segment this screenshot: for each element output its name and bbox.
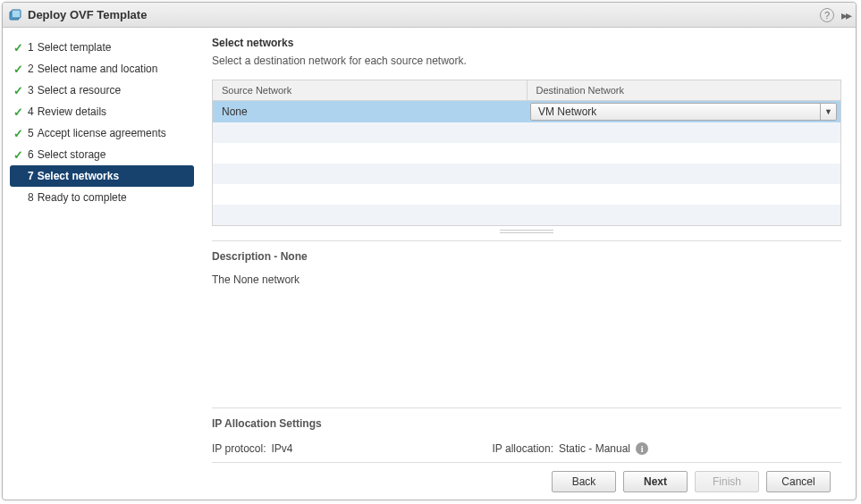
table-row bbox=[213, 184, 840, 205]
dialog-body: ✓ 1 Select template ✓ 2 Select name and … bbox=[3, 28, 856, 500]
check-icon: ✓ bbox=[13, 105, 28, 119]
titlebar: Deploy OVF Template ? ▸▸ bbox=[3, 3, 856, 28]
step-label: Ready to complete bbox=[38, 191, 127, 204]
table-row bbox=[213, 205, 840, 225]
table-row[interactable]: None VM Network ▼ bbox=[213, 101, 840, 123]
check-icon: ✓ bbox=[13, 84, 28, 97]
check-icon: ✓ bbox=[13, 127, 28, 140]
svg-rect-1 bbox=[12, 10, 21, 18]
step-label: Select name and location bbox=[38, 63, 158, 75]
ip-allocation-label: IP allocation: bbox=[493, 442, 554, 455]
description-body: The None network bbox=[212, 273, 841, 286]
step-select-networks[interactable]: ✓ 7 Select networks bbox=[10, 165, 194, 187]
ovf-icon bbox=[8, 8, 22, 22]
info-icon[interactable]: i bbox=[636, 442, 648, 455]
step-label: Accept license agreements bbox=[38, 127, 166, 139]
help-icon[interactable]: ? bbox=[820, 8, 834, 22]
network-table: Source Network Destination Network None … bbox=[212, 80, 841, 226]
step-select-name-location[interactable]: ✓ 2 Select name and location bbox=[10, 58, 194, 80]
ip-protocol-value: IPv4 bbox=[271, 442, 292, 455]
description-section: Description - None The None network bbox=[212, 240, 841, 286]
cancel-button[interactable]: Cancel bbox=[766, 471, 831, 492]
step-accept-license[interactable]: ✓ 5 Accept license agreements bbox=[10, 122, 194, 144]
next-button[interactable]: Next bbox=[623, 471, 688, 492]
ip-allocation-section: IP Allocation Settings IP protocol: IPv4… bbox=[212, 407, 841, 462]
col-source-network[interactable]: Source Network bbox=[213, 80, 527, 101]
ip-protocol-label: IP protocol: bbox=[212, 442, 266, 455]
check-icon: ✓ bbox=[13, 41, 28, 55]
step-label: Review details bbox=[38, 105, 106, 118]
table-row bbox=[213, 164, 840, 184]
deploy-ovf-dialog: Deploy OVF Template ? ▸▸ ✓ 1 Select temp… bbox=[2, 2, 857, 500]
description-heading: Description - None bbox=[212, 250, 841, 263]
step-select-template[interactable]: ✓ 1 Select template bbox=[10, 37, 194, 58]
ip-allocation-value: Static - Manual bbox=[559, 442, 630, 455]
ip-allocation-heading: IP Allocation Settings bbox=[212, 417, 841, 430]
check-icon: ✓ bbox=[13, 148, 28, 162]
col-destination-network[interactable]: Destination Network bbox=[527, 80, 840, 101]
table-row bbox=[213, 143, 840, 164]
step-label: Select networks bbox=[38, 170, 119, 182]
window-title: Deploy OVF Template bbox=[28, 8, 820, 21]
destination-network-select[interactable]: VM Network ▼ bbox=[530, 103, 837, 121]
step-label: Select storage bbox=[38, 148, 106, 161]
step-ready-complete: 8 Ready to complete bbox=[10, 187, 194, 208]
step-label: Select template bbox=[38, 41, 112, 54]
page-subtitle: Select a destination network for each so… bbox=[212, 55, 841, 67]
wizard-sidebar: ✓ 1 Select template ✓ 2 Select name and … bbox=[3, 28, 198, 500]
wizard-footer: Back Next Finish Cancel bbox=[212, 462, 841, 500]
finish-button: Finish bbox=[695, 471, 759, 492]
step-select-resource[interactable]: ✓ 3 Select a resource bbox=[10, 80, 194, 101]
step-label: Select a resource bbox=[38, 84, 121, 97]
source-network-cell: None bbox=[213, 103, 527, 121]
splitter-handle[interactable] bbox=[212, 228, 841, 235]
expand-icon[interactable]: ▸▸ bbox=[841, 8, 850, 22]
chevron-down-icon: ▼ bbox=[820, 104, 836, 120]
check-icon: ✓ bbox=[13, 63, 28, 76]
step-select-storage[interactable]: ✓ 6 Select storage bbox=[10, 144, 194, 165]
wizard-main-panel: Select networks Select a destination net… bbox=[198, 28, 856, 500]
table-row bbox=[213, 122, 840, 143]
step-review-details[interactable]: ✓ 4 Review details bbox=[10, 101, 194, 122]
page-heading: Select networks bbox=[212, 37, 841, 49]
back-button[interactable]: Back bbox=[552, 471, 616, 492]
